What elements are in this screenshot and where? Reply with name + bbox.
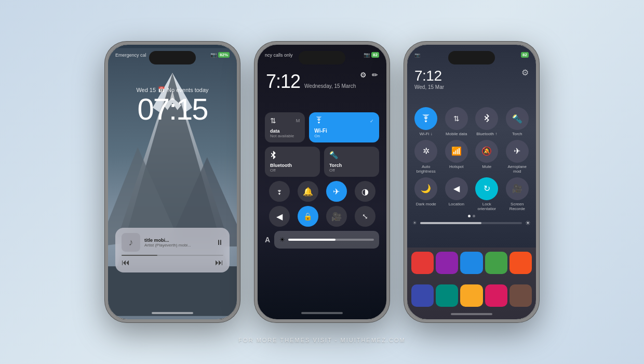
camera-quick-icon[interactable]: ⚙ (360, 71, 367, 79)
watermark: FOR MORE THEMES VISIT - MIUITHEMEZ.COM (238, 337, 405, 343)
airplane-icon: ✈ (333, 187, 340, 197)
cc-round-location[interactable]: ◀ (269, 206, 290, 227)
expand-icon: ⤡ (362, 212, 368, 220)
app-icon-5[interactable] (509, 252, 532, 274)
phone-2: ncy calls only 📷 82 7:12 Wednesday, 15 M… (254, 42, 390, 322)
qs-tile-airplane[interactable]: ✈ Aeroplane mod (504, 140, 531, 174)
cc-status-left: ncy calls only (265, 53, 293, 58)
app-icon-9[interactable] (485, 284, 507, 307)
home-indicator (152, 312, 193, 314)
rewind-button[interactable]: ⏮ (122, 258, 130, 267)
settings-gear-icon[interactable]: ⚙ (521, 68, 529, 77)
app-icon-1[interactable] (411, 252, 434, 274)
cc-time-header: 7:12 Wednesday, 15 March ⚙ ✏ (266, 71, 378, 93)
qs-tile-dark-mode[interactable]: 🌙 Dark mode (412, 177, 440, 212)
svg-line-9 (271, 153, 273, 155)
qs-circle-data: ⇅ (445, 107, 468, 130)
cc-tile-bt-top (270, 151, 315, 162)
qs-tile-torch[interactable]: 🔦 Torch (504, 107, 531, 137)
qs-page-dots (412, 215, 531, 217)
cc-round-airplane[interactable]: ✈ (326, 181, 347, 202)
qs-circle-brightness: ✲ (414, 140, 437, 163)
app-icon-6[interactable] (411, 284, 434, 307)
svg-line-10 (271, 155, 273, 157)
brightness-min-icon: ☀ (412, 220, 417, 226)
qs-tile-mute[interactable]: 🔕 Mute (473, 140, 501, 174)
phone-1: Emergency cal 📷 82% Wed 15 📅 No events t… (105, 42, 240, 322)
bluetooth-label-group: Bluetooth Off (270, 163, 315, 173)
svg-line-11 (485, 116, 487, 119)
contrast-icon: ◑ (361, 187, 369, 197)
brightness-slider[interactable]: ☀ (274, 231, 379, 249)
qs-label-dark: Dark mode (416, 202, 436, 207)
rotation-icon: ↻ (484, 184, 490, 193)
app-icon-7[interactable] (436, 284, 458, 307)
qs-label-location: Location (449, 202, 464, 207)
cc-round-bell[interactable]: 🔔 (298, 181, 318, 202)
qs-time-row: 7:12 (414, 68, 529, 84)
qs-tile-screen-record[interactable]: 🎥 Screen Recorde (504, 177, 531, 212)
qs-circle-record: 🎥 (506, 177, 529, 200)
qs-status-right: 82 (521, 52, 529, 58)
qs-time-header: 7:12 Wed, 15 Mar ⚙ (414, 68, 529, 90)
app-icon-2[interactable] (436, 252, 458, 274)
qs-label-hotspot: Hotspot (449, 164, 464, 170)
qs-tile-auto-brightness[interactable]: ✲ Auto brightness (412, 140, 440, 174)
qs-circle-hotspot: 📶 (445, 140, 468, 163)
cc-tile-torch-top: 🔦 (329, 151, 374, 159)
qs-circle-torch: 🔦 (506, 107, 529, 130)
cc-tile-wifi-top: ✓ (314, 116, 374, 126)
qs-brightness-fill (420, 222, 481, 224)
app-icon-4[interactable] (485, 252, 507, 274)
data-label-group: data Not available (270, 128, 300, 138)
home-indicator-2 (301, 312, 343, 314)
cc-tile-data-top: ⇅ M (270, 116, 300, 125)
music-widget[interactable]: ♪ title mobi... Artist (Playeverth) mobi… (115, 228, 230, 272)
data-status: Not available (270, 134, 300, 138)
music-title: title mobi... (144, 238, 212, 243)
brightness-sun-icon: ☀ (279, 236, 285, 243)
qs-circle-airplane: ✈ (506, 140, 529, 163)
qs-row-3: 🌙 Dark mode ◀ Location ↻ (412, 177, 531, 212)
app-icon-10[interactable] (509, 284, 532, 307)
qs-label-brightness: Auto brightness (412, 164, 440, 174)
qs-tile-hotspot[interactable]: 📶 Hotspot (443, 140, 471, 174)
data-label: data (270, 128, 300, 134)
qs-tiles-grid: Wi-Fi ↓ ⇅ Mobile data (412, 107, 531, 229)
qs-row-1: Wi-Fi ↓ ⇅ Mobile data (412, 107, 531, 137)
torch-label-group: Torch Off (329, 163, 374, 173)
forward-button[interactable]: ⏭ (215, 258, 223, 267)
music-widget-top: ♪ title mobi... Artist (Playeverth) mobi… (122, 233, 223, 252)
wifi-round-icon (275, 188, 284, 195)
qs-label-rotation: Lock orientatior (473, 202, 501, 212)
phone-1-background: Emergency cal 📷 82% Wed 15 📅 No events t… (108, 45, 237, 319)
brightness-max-icon: ☀ (525, 219, 531, 227)
cc-battery: 82 (371, 52, 379, 58)
app-icon-3[interactable] (460, 252, 482, 274)
cc-tile-data[interactable]: ⇅ M data Not available (265, 112, 305, 142)
music-progress-bar[interactable] (122, 255, 223, 256)
cc-round-expand[interactable]: ⤡ (355, 206, 375, 227)
app-icon-8[interactable] (460, 284, 482, 307)
qs-tile-rotation[interactable]: ↻ Lock orientatior (473, 177, 501, 212)
qs-circle-location: ◀ (445, 177, 468, 200)
qs-tile-wifi[interactable]: Wi-Fi ↓ (412, 107, 440, 137)
phone-1-screen: Emergency cal 📷 82% Wed 15 📅 No events t… (108, 45, 237, 319)
qs-tile-location[interactable]: ◀ Location (443, 177, 471, 212)
cc-tile-bluetooth[interactable]: Bluetooth Off (265, 147, 320, 177)
cc-tile-wifi[interactable]: ✓ Wi-Fi On (309, 112, 379, 142)
cc-round-video[interactable]: 🎥 (326, 206, 347, 227)
pause-button[interactable]: ⏸ (216, 238, 223, 246)
cc-round-wifi[interactable] (269, 181, 290, 202)
qs-brightness-track[interactable] (420, 222, 522, 224)
qs-tile-bluetooth[interactable]: Bluetooth ↑ (473, 107, 501, 137)
location-icon-qs: ◀ (453, 184, 460, 193)
edit-icon[interactable]: ✏ (372, 71, 378, 79)
cc-round-contrast[interactable]: ◑ (355, 181, 375, 202)
cc-round-lock-rotation[interactable]: 🔒 (298, 206, 318, 227)
bluetooth-label: Bluetooth (270, 163, 315, 168)
qs-label-record: Screen Recorde (504, 202, 531, 212)
cc-tile-torch[interactable]: 🔦 Torch Off (324, 147, 379, 177)
qs-tile-mobile-data[interactable]: ⇅ Mobile data (443, 107, 471, 137)
mobile-data-icon: ⇅ (453, 114, 460, 123)
